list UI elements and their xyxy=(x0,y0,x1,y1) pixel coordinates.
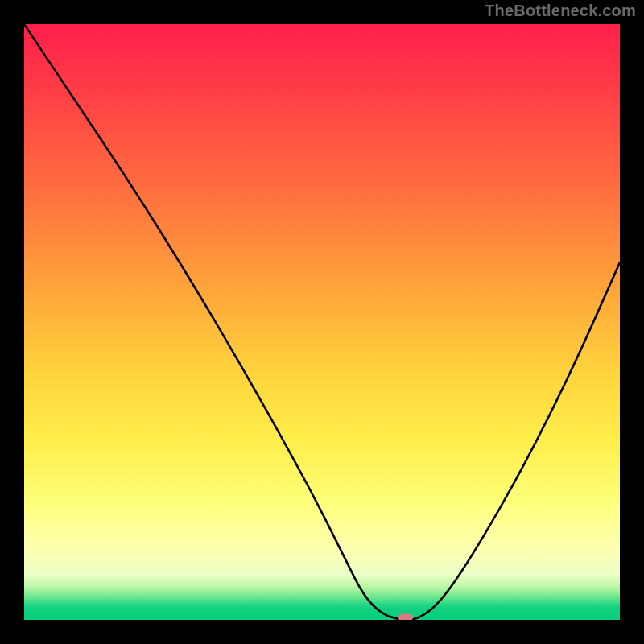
bottleneck-curve xyxy=(24,24,620,620)
chart-frame: TheBottleneck.com xyxy=(0,0,644,644)
bottleneck-curve-path xyxy=(24,24,620,620)
optimal-point-marker xyxy=(398,614,413,621)
attribution-label: TheBottleneck.com xyxy=(485,2,636,20)
plot-area xyxy=(24,24,620,620)
